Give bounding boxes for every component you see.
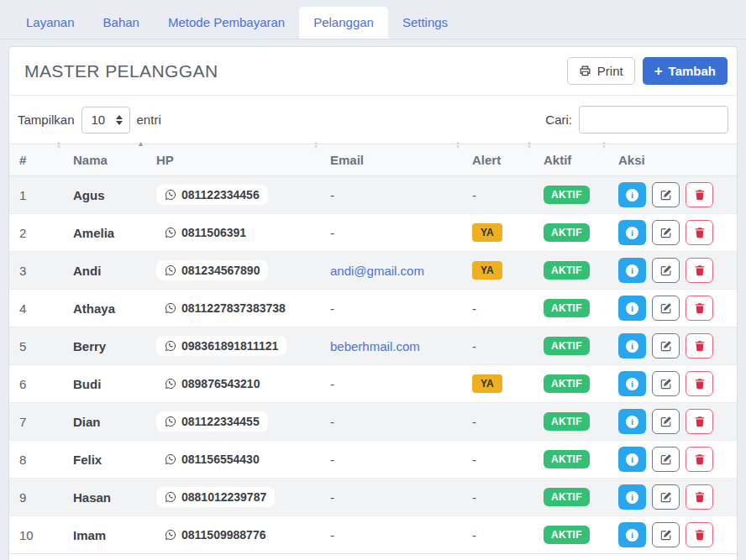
- edit-button[interactable]: [652, 258, 680, 283]
- search-input[interactable]: [579, 106, 728, 133]
- delete-button[interactable]: [686, 484, 713, 510]
- status-badge: AKTIF: [544, 186, 590, 204]
- add-button[interactable]: + Tambah: [643, 57, 728, 85]
- phone-pill: 081234567890: [156, 260, 268, 280]
- detail-button[interactable]: i: [618, 296, 646, 321]
- detail-button[interactable]: i: [618, 220, 646, 245]
- trash-icon: [694, 416, 706, 427]
- detail-button[interactable]: i: [618, 447, 646, 472]
- alert-value: -: [472, 528, 476, 542]
- printer-icon: [579, 65, 591, 77]
- row-number: 8: [9, 441, 63, 479]
- status-cell: AKTIF: [533, 214, 608, 252]
- column-header-number[interactable]: #▲▼: [9, 144, 63, 176]
- tab-settings[interactable]: Settings: [388, 7, 462, 39]
- detail-button[interactable]: i: [618, 484, 646, 510]
- alert-cell: YA: [462, 365, 533, 403]
- detail-button[interactable]: i: [618, 333, 646, 359]
- table-row: 2 Amelia 0811506391 - YA AKTIF i: [9, 214, 737, 252]
- delete-button[interactable]: [686, 522, 713, 547]
- tab-metode-pembayaran[interactable]: Metode Pembayaran: [154, 7, 299, 39]
- alert-value: YA: [472, 261, 502, 280]
- tab-bahan[interactable]: Bahan: [89, 7, 154, 39]
- email-link[interactable]: andi@gmail.com: [330, 264, 424, 278]
- column-header-aktif[interactable]: Aktif▲▼: [533, 144, 608, 176]
- column-header-email[interactable]: Email▲▼: [320, 144, 462, 176]
- detail-button[interactable]: i: [618, 371, 646, 396]
- customer-phone-cell: 0811506391: [146, 214, 320, 252]
- column-header-alert[interactable]: Alert▲▼: [462, 144, 533, 176]
- alert-value: -: [472, 301, 476, 316]
- delete-button[interactable]: [686, 371, 713, 396]
- phone-pill: 081156554430: [156, 449, 268, 469]
- customer-name: Felix: [63, 441, 146, 479]
- edit-button[interactable]: [652, 333, 680, 359]
- delete-button[interactable]: [686, 258, 713, 283]
- trash-icon: [694, 491, 706, 503]
- tab-layanan[interactable]: Layanan: [12, 7, 89, 39]
- edit-button[interactable]: [652, 182, 680, 207]
- page-size-select[interactable]: 10: [81, 107, 130, 133]
- trash-icon: [694, 453, 706, 465]
- edit-square-icon: [660, 378, 672, 390]
- delete-button[interactable]: [686, 333, 713, 359]
- tab-bar: Layanan Bahan Metode Pembayaran Pelangga…: [0, 0, 746, 39]
- detail-button[interactable]: i: [618, 258, 646, 283]
- table-body: 1 Agus 081122334456 - - AKTIF i: [9, 176, 737, 554]
- add-button-label: Tambah: [669, 64, 716, 78]
- table-row: 3 Andi 081234567890 andi@gmail.com YA AK…: [9, 252, 737, 290]
- delete-button[interactable]: [686, 220, 713, 245]
- status-cell: AKTIF: [533, 252, 608, 290]
- customer-phone-cell: 0881012239787: [146, 479, 320, 516]
- actions-cell: i: [608, 403, 737, 441]
- whatsapp-icon: [165, 416, 176, 427]
- phone-number: 081234567890: [181, 264, 260, 277]
- alert-cell: YA: [462, 214, 533, 252]
- alert-value: -: [472, 415, 476, 429]
- customer-name: Hasan: [63, 479, 146, 516]
- customer-phone-cell: 0811227837383738: [146, 290, 320, 327]
- edit-button[interactable]: [652, 371, 680, 396]
- delete-button[interactable]: [686, 182, 713, 207]
- sort-arrows-icon: ▲▼: [313, 141, 318, 149]
- search-label: Cari:: [545, 113, 572, 127]
- email-link[interactable]: beberhmail.com: [330, 339, 420, 353]
- customer-email: -: [330, 226, 334, 240]
- delete-button[interactable]: [686, 447, 713, 472]
- edit-button[interactable]: [652, 409, 680, 434]
- detail-button[interactable]: i: [618, 409, 646, 434]
- customer-name: Athaya: [63, 290, 146, 327]
- phone-number: 0811227837383738: [181, 301, 286, 315]
- card-footer: Menampilkan 1 sampai 10 dari 19 entri Se…: [9, 554, 737, 560]
- print-button[interactable]: Print: [567, 57, 635, 85]
- updown-arrows-icon: [116, 115, 123, 125]
- customer-email-cell: -: [320, 479, 462, 516]
- detail-button[interactable]: i: [618, 522, 646, 547]
- table-controls: Tampilkan 10 entri Cari:: [9, 96, 737, 144]
- delete-button[interactable]: [686, 296, 713, 321]
- table-row: 5 Berry 098361891811121 beberhmail.com -…: [9, 327, 737, 365]
- alert-value: YA: [472, 223, 502, 242]
- edit-button[interactable]: [652, 447, 680, 472]
- sort-arrows-icon: ▲: [137, 140, 144, 148]
- phone-number: 0881012239787: [181, 490, 266, 504]
- phone-number: 098361891811121: [181, 339, 278, 353]
- edit-button[interactable]: [652, 220, 680, 245]
- column-header-nama[interactable]: Nama▲: [63, 144, 146, 176]
- column-header-hp[interactable]: HP▲▼: [146, 144, 320, 176]
- delete-button[interactable]: [686, 409, 713, 434]
- edit-square-icon: [660, 227, 672, 238]
- whatsapp-icon: [165, 378, 176, 390]
- edit-button[interactable]: [652, 522, 680, 547]
- edit-square-icon: [660, 529, 672, 541]
- edit-square-icon: [660, 453, 672, 465]
- edit-square-icon: [660, 302, 672, 314]
- info-circle-icon: i: [626, 227, 638, 239]
- edit-button[interactable]: [652, 296, 680, 321]
- whatsapp-icon: [165, 453, 176, 465]
- actions-cell: i: [608, 327, 737, 365]
- detail-button[interactable]: i: [618, 182, 646, 207]
- edit-button[interactable]: [652, 484, 680, 510]
- sort-arrows-icon: ▲▼: [602, 141, 607, 149]
- tab-pelanggan[interactable]: Pelanggan: [299, 7, 388, 39]
